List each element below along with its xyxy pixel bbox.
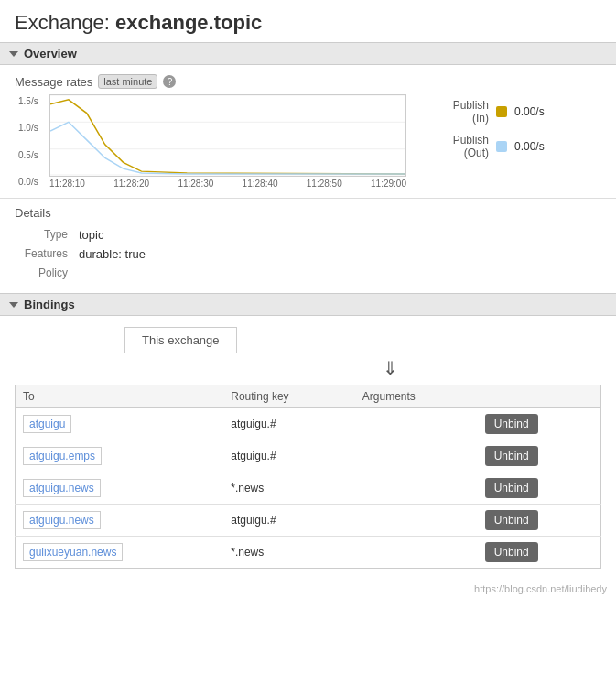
- legend-item-publish-out: Publish(Out) 0.00/s: [425, 134, 545, 159]
- unbind-button[interactable]: Unbind: [485, 478, 538, 498]
- queue-link[interactable]: atguigu.news: [23, 479, 101, 497]
- watermark: https://blog.csdn.net/liudihedy: [0, 580, 616, 600]
- y-axis-labels: 1.5/s 1.0/s 0.5/s 0.0/s: [18, 94, 38, 189]
- table-row: atguigu atguigu.# Unbind: [16, 408, 601, 440]
- bindings-table-header-row: To Routing key Arguments: [16, 385, 601, 408]
- chart-svg: [50, 95, 405, 176]
- legend-value-publish-out: 0.00/s: [514, 140, 545, 153]
- bindings-section: Bindings This exchange ⇓ To Routing key …: [0, 293, 616, 580]
- col-routing-key: Routing key: [223, 385, 355, 408]
- queue-link[interactable]: atguigu: [23, 415, 71, 433]
- queue-link[interactable]: gulixueyuan.news: [23, 543, 123, 561]
- help-icon[interactable]: ?: [163, 75, 176, 88]
- binding-arguments: [355, 440, 478, 472]
- queue-link[interactable]: atguigu.emps: [23, 447, 102, 465]
- page-title: Exchange: exchange.topic: [15, 11, 601, 35]
- bindings-section-label: Bindings: [24, 298, 75, 311]
- col-to: To: [16, 385, 224, 408]
- binding-routing-key: atguigu.#: [223, 505, 355, 537]
- unbind-button[interactable]: Unbind: [485, 510, 538, 530]
- details-row-type: Type topic: [15, 225, 381, 244]
- col-action: [478, 385, 601, 408]
- binding-to: atguigu: [16, 408, 224, 440]
- binding-action: Unbind: [478, 408, 601, 440]
- legend-label-publish-in: Publish(In): [425, 99, 489, 125]
- overview-section: Overview Message rates last minute ? 1.5…: [0, 42, 616, 198]
- details-key-type: Type: [15, 225, 79, 244]
- details-section: Details Type topic Features durable: tru…: [0, 199, 616, 293]
- binding-arguments: [355, 472, 478, 505]
- queue-link[interactable]: atguigu.news: [23, 511, 101, 529]
- table-row: atguigu.news atguigu.# Unbind: [16, 505, 601, 537]
- legend-dot-publish-in: [496, 106, 507, 117]
- this-exchange-box: This exchange: [124, 327, 237, 353]
- binding-arguments: [355, 505, 478, 537]
- bindings-body: This exchange ⇓ To Routing key Arguments…: [0, 316, 616, 580]
- binding-routing-key: atguigu.#: [223, 440, 355, 472]
- binding-action: Unbind: [478, 537, 601, 569]
- details-value-policy: [79, 264, 381, 282]
- page-header: Exchange: exchange.topic: [0, 0, 616, 42]
- message-rates-label: Message rates last minute ?: [15, 74, 601, 89]
- overview-section-body: Message rates last minute ? 1.5/s 1.0/s …: [0, 65, 616, 198]
- details-title: Details: [15, 206, 601, 220]
- legend-item-publish-in: Publish(In) 0.00/s: [425, 99, 545, 125]
- legend-value-publish-in: 0.00/s: [514, 105, 545, 118]
- chart-wrapper: 1.5/s 1.0/s 0.5/s 0.0/s: [49, 94, 406, 189]
- binding-to: atguigu.news: [16, 505, 224, 537]
- bindings-table-head: To Routing key Arguments: [16, 385, 601, 408]
- table-row: atguigu.news *.news Unbind: [16, 472, 601, 505]
- overview-section-header[interactable]: Overview: [0, 42, 616, 65]
- table-row: atguigu.emps atguigu.# Unbind: [16, 440, 601, 472]
- legend-label-publish-out: Publish(Out): [425, 134, 489, 159]
- bindings-table-body: atguigu atguigu.# Unbind atguigu.emps at…: [16, 408, 601, 569]
- arrow-down: ⇓: [179, 359, 601, 377]
- details-key-features: Features: [15, 244, 79, 264]
- details-table: Type topic Features durable: true Policy: [15, 225, 381, 282]
- binding-to: atguigu.emps: [16, 440, 224, 472]
- title-prefix: Exchange:: [15, 11, 115, 34]
- bindings-table: To Routing key Arguments atguigu atguigu…: [15, 385, 601, 569]
- message-rates-text: Message rates: [15, 75, 92, 89]
- details-row-policy: Policy: [15, 264, 381, 282]
- overview-section-label: Overview: [24, 47, 77, 60]
- bindings-section-header[interactable]: Bindings: [0, 293, 616, 316]
- details-row-features: Features durable: true: [15, 244, 381, 264]
- chart-area: 1.5/s 1.0/s 0.5/s 0.0/s: [15, 94, 601, 189]
- binding-arguments: [355, 408, 478, 440]
- binding-routing-key: *.news: [223, 472, 355, 505]
- details-value-type: topic: [79, 225, 381, 244]
- unbind-button[interactable]: Unbind: [485, 414, 538, 434]
- binding-action: Unbind: [478, 472, 601, 505]
- chart-container: [49, 94, 406, 177]
- details-key-policy: Policy: [15, 264, 79, 282]
- binding-routing-key: *.news: [223, 537, 355, 569]
- legend-area: Publish(In) 0.00/s Publish(Out) 0.00/s: [425, 99, 545, 159]
- title-value: exchange.topic: [115, 11, 262, 34]
- legend-dot-publish-out: [496, 141, 507, 152]
- x-axis-labels: 11:28:10 11:28:20 11:28:30 11:28:40 11:2…: [49, 179, 406, 189]
- binding-routing-key: atguigu.#: [223, 408, 355, 440]
- message-rates-badge[interactable]: last minute: [98, 74, 157, 89]
- binding-action: Unbind: [478, 505, 601, 537]
- binding-to: atguigu.news: [16, 472, 224, 505]
- unbind-button[interactable]: Unbind: [485, 542, 538, 562]
- table-row: gulixueyuan.news *.news Unbind: [16, 537, 601, 569]
- binding-action: Unbind: [478, 440, 601, 472]
- binding-arguments: [355, 537, 478, 569]
- bindings-collapse-icon: [9, 302, 18, 308]
- binding-to: gulixueyuan.news: [16, 537, 224, 569]
- overview-collapse-icon: [9, 51, 18, 57]
- unbind-button[interactable]: Unbind: [485, 446, 538, 466]
- col-arguments: Arguments: [355, 385, 478, 408]
- details-value-features: durable: true: [79, 244, 381, 264]
